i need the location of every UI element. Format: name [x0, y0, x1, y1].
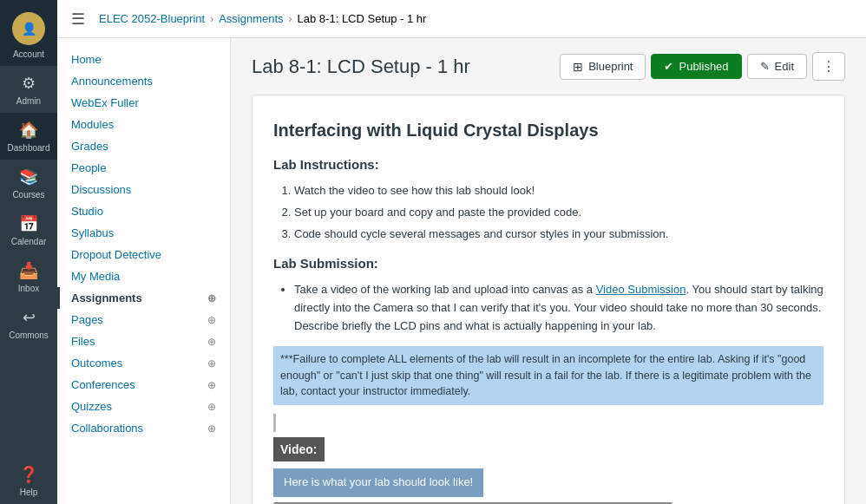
nav-studio[interactable]: Studio [57, 200, 230, 222]
edit-icon: ✎ [760, 60, 770, 73]
nav-webex[interactable]: WebEx Fuller [57, 92, 230, 114]
sidebar-label-dashboard: Dashboard [8, 143, 50, 153]
video-section: Video: Here is what your lab should look… [273, 437, 823, 504]
nav-discussions[interactable]: Discussions [57, 179, 230, 200]
page-title: Lab 8-1: LCD Setup - 1 hr [252, 56, 470, 78]
video-label: Video: [273, 437, 325, 461]
submission-list: Take a video of the working lab and uplo… [273, 281, 823, 335]
nav-grades[interactable]: Grades [57, 135, 230, 157]
lab-submission-label: Lab Submission: [273, 253, 823, 274]
sidebar-label-commons: Commons [9, 331, 49, 340]
commons-icon: ↩ [18, 307, 39, 328]
check-icon: ✔ [664, 60, 673, 73]
nav-dropout[interactable]: Dropout Detective [57, 244, 230, 265]
nav-outcomes[interactable]: Outcomes ⊕ [57, 352, 230, 374]
video-submission-link[interactable]: Video Submission [596, 283, 686, 296]
page-header: Lab 8-1: LCD Setup - 1 hr ⊞ Blueprint ✔ … [252, 52, 845, 81]
submission-item: Take a video of the working lab and uplo… [294, 281, 823, 335]
header-actions: ⊞ Blueprint ✔ Published ✎ Edit ⋮ [560, 52, 845, 81]
breadcrumb-section[interactable]: Assignments [219, 12, 283, 25]
nav-pages[interactable]: Pages ⊕ [57, 309, 230, 331]
sidebar-item-inbox[interactable]: 📥 Inbox [0, 253, 57, 300]
lab-steps: Watch the video to see how this lab shou… [273, 182, 823, 243]
collaborations-blueprint-icon: ⊕ [207, 422, 216, 435]
hamburger-icon[interactable]: ☰ [71, 10, 85, 29]
ellipsis-icon: ⋮ [822, 59, 836, 74]
inbox-icon: 📥 [18, 260, 39, 281]
nav-people[interactable]: People [57, 157, 230, 179]
nav-assignments[interactable]: Assignments ⊕ [57, 287, 230, 309]
breadcrumb: ELEC 2052-Blueprint › Assignments › Lab … [99, 12, 426, 25]
calendar-icon: 📅 [18, 213, 39, 234]
left-nav: Home Announcements WebEx Fuller Modules … [57, 38, 231, 504]
more-options-button[interactable]: ⋮ [812, 52, 845, 81]
assignments-blueprint-icon: ⊕ [207, 292, 216, 304]
nav-syllabus[interactable]: Syllabus [57, 222, 230, 244]
content-wrapper: Home Announcements WebEx Fuller Modules … [57, 38, 866, 504]
sidebar-label-admin: Admin [16, 96, 41, 106]
nav-quizzes[interactable]: Quizzes ⊕ [57, 396, 230, 417]
lab-step-2: Set up your board and copy and paste the… [294, 204, 823, 222]
breadcrumb-sep-2: › [289, 13, 292, 25]
account-avatar: 👤 [12, 12, 45, 45]
cursor-block [273, 414, 823, 432]
pages-blueprint-icon: ⊕ [207, 314, 216, 326]
sidebar-item-commons[interactable]: ↩ Commons [0, 300, 57, 347]
warning-text: ***Failure to complete ALL elements of t… [273, 346, 823, 405]
content-card: Interfacing with Liquid Crystal Displays… [252, 95, 845, 504]
lab-step-3: Code should cycle several messages and c… [294, 226, 823, 244]
dashboard-icon: 🏠 [18, 120, 39, 141]
published-button[interactable]: ✔ Published [651, 54, 741, 79]
nav-home[interactable]: Home [57, 49, 230, 70]
nav-mymedia[interactable]: My Media [57, 265, 230, 287]
nav-modules[interactable]: Modules [57, 114, 230, 135]
courses-icon: 📚 [18, 167, 39, 187]
breadcrumb-course[interactable]: ELEC 2052-Blueprint [99, 12, 205, 25]
outcomes-blueprint-icon: ⊕ [207, 357, 216, 370]
admin-icon: ⚙ [18, 73, 39, 94]
sidebar-label-courses: Courses [12, 190, 44, 200]
conferences-blueprint-icon: ⊕ [207, 379, 216, 391]
sidebar-item-admin[interactable]: ⚙ Admin [0, 66, 57, 113]
top-nav: ☰ ELEC 2052-Blueprint › Assignments › La… [57, 0, 866, 38]
video-caption: Here is what your lab should look like! [273, 468, 483, 497]
nav-files[interactable]: Files ⊕ [57, 331, 230, 352]
sidebar-label-help: Help [20, 488, 38, 497]
files-blueprint-icon: ⊕ [207, 336, 216, 348]
content-heading: Interfacing with Liquid Crystal Displays [273, 116, 823, 144]
help-icon: ❓ [18, 464, 39, 485]
sidebar-label-calendar: Calendar [11, 237, 47, 246]
blueprint-button[interactable]: ⊞ Blueprint [560, 54, 646, 80]
edit-button[interactable]: ✎ Edit [747, 54, 807, 79]
breadcrumb-sep-1: › [210, 13, 213, 25]
sidebar-item-dashboard[interactable]: 🏠 Dashboard [0, 113, 57, 160]
sidebar-item-account[interactable]: 👤 Account [0, 0, 57, 66]
page-content: Lab 8-1: LCD Setup - 1 hr ⊞ Blueprint ✔ … [231, 38, 866, 504]
lab-instructions-label: Lab Instructions: [273, 154, 823, 175]
sidebar-label-inbox: Inbox [18, 284, 39, 293]
sidebar-label-account: Account [13, 49, 44, 59]
sidebar: 👤 Account ⚙ Admin 🏠 Dashboard 📚 Courses … [0, 0, 57, 504]
nav-collaborations[interactable]: Collaborations ⊕ [57, 417, 230, 439]
sidebar-item-help[interactable]: ❓ Help [0, 457, 57, 504]
sidebar-item-calendar[interactable]: 📅 Calendar [0, 206, 57, 253]
nav-conferences[interactable]: Conferences ⊕ [57, 374, 230, 396]
main-area: ☰ ELEC 2052-Blueprint › Assignments › La… [57, 0, 866, 504]
blueprint-icon: ⊞ [573, 60, 583, 74]
sidebar-item-courses[interactable]: 📚 Courses [0, 160, 57, 206]
breadcrumb-current: Lab 8-1: LCD Setup - 1 hr [298, 12, 427, 25]
quizzes-blueprint-icon: ⊕ [207, 401, 216, 413]
lab-step-1: Watch the video to see how this lab shou… [294, 182, 823, 200]
nav-announcements[interactable]: Announcements [57, 70, 230, 92]
